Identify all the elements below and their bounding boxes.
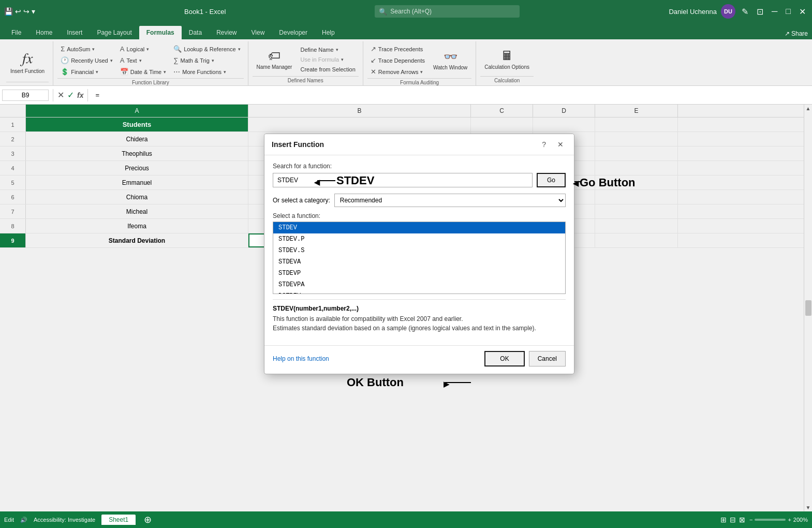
col-header-d[interactable]: D bbox=[533, 105, 595, 117]
trace-dependents-button[interactable]: ↙ Trace Dependents bbox=[367, 55, 428, 66]
cell-a7[interactable]: Micheal bbox=[26, 204, 248, 218]
cell-a3[interactable]: Theophilus bbox=[26, 146, 248, 160]
watch-window-button[interactable]: 👓 Watch Window bbox=[429, 48, 471, 72]
vertical-scrollbar[interactable]: ▲ ▼ bbox=[804, 105, 812, 511]
cell-c1[interactable] bbox=[471, 118, 533, 131]
remove-arrows-button[interactable]: ✕ Remove Arrows ▾ bbox=[367, 66, 428, 77]
insert-function-button[interactable]: 𝑓𝑥 Insert Function bbox=[6, 48, 49, 76]
tab-view[interactable]: View bbox=[244, 26, 272, 39]
cell-a2[interactable]: Chidera bbox=[26, 132, 248, 146]
define-name-button[interactable]: Define Name ▾ bbox=[297, 45, 358, 54]
row-num-2[interactable]: 2 bbox=[0, 132, 26, 146]
normal-view-icon[interactable]: ⊞ bbox=[720, 516, 727, 524]
help-on-function-link[interactable]: Help on this function bbox=[273, 355, 329, 362]
scroll-down-arrow[interactable]: ▼ bbox=[806, 505, 811, 510]
function-item-stdevs[interactable]: STDEV.S bbox=[273, 245, 565, 256]
tab-file[interactable]: File bbox=[4, 26, 28, 39]
cell-a4[interactable]: Precious bbox=[26, 161, 248, 175]
col-header-a[interactable]: A bbox=[26, 105, 248, 117]
minimize-icon[interactable]: ─ bbox=[770, 5, 779, 18]
cell-a9[interactable]: Standard Deviation bbox=[26, 233, 248, 247]
function-item-stdeva[interactable]: STDEVA bbox=[273, 256, 565, 268]
row-num-9[interactable]: 9 bbox=[0, 233, 26, 247]
cell-e1[interactable] bbox=[595, 118, 678, 131]
tab-formulas[interactable]: Formulas bbox=[139, 26, 182, 39]
col-header-c[interactable]: C bbox=[471, 105, 533, 117]
cell-e6[interactable] bbox=[595, 190, 678, 204]
date-time-button[interactable]: 📅 Date & Time ▾ bbox=[117, 66, 170, 77]
tab-review[interactable]: Review bbox=[209, 26, 244, 39]
name-manager-button[interactable]: 🏷 Name Manager bbox=[253, 47, 297, 72]
page-break-view-icon[interactable]: ⊠ bbox=[739, 516, 745, 524]
pen-icon[interactable]: ✎ bbox=[740, 5, 750, 19]
function-item-stdevp[interactable]: STDEV.P bbox=[273, 233, 565, 245]
function-item-stdevpa[interactable]: STDEVPA bbox=[273, 279, 565, 290]
financial-button[interactable]: 💲 Financial ▾ bbox=[57, 66, 116, 77]
add-sheet-button[interactable]: ⊕ bbox=[144, 514, 152, 525]
col-header-e[interactable]: E bbox=[595, 105, 678, 117]
cell-a5[interactable]: Emmanuel bbox=[26, 175, 248, 189]
page-layout-view-icon[interactable]: ⊟ bbox=[730, 516, 736, 524]
confirm-edit-icon[interactable]: ✓ bbox=[67, 90, 74, 100]
undo-icon[interactable]: ↩ bbox=[15, 7, 21, 16]
scroll-up-arrow[interactable]: ▲ bbox=[806, 106, 811, 111]
customize-icon[interactable]: ▾ bbox=[32, 7, 35, 16]
row-num-6[interactable]: 6 bbox=[0, 190, 26, 204]
cell-e5[interactable] bbox=[595, 175, 678, 189]
cell-e7[interactable] bbox=[595, 204, 678, 218]
cancel-button[interactable]: Cancel bbox=[529, 351, 566, 366]
tab-help[interactable]: Help bbox=[315, 26, 342, 39]
cell-e9[interactable] bbox=[595, 233, 678, 247]
formula-input[interactable] bbox=[92, 89, 810, 101]
cell-a6[interactable]: Chioma bbox=[26, 190, 248, 204]
calc-options-button[interactable]: 🖩 Calculation Options bbox=[480, 47, 534, 72]
math-trig-button[interactable]: ∑ Math & Trig ▾ bbox=[170, 55, 243, 66]
close-icon[interactable]: ✕ bbox=[797, 5, 808, 19]
go-button[interactable]: Go bbox=[537, 173, 566, 187]
trace-precedents-button[interactable]: ↗ Trace Precedents bbox=[367, 43, 428, 54]
tab-data[interactable]: Data bbox=[182, 26, 209, 39]
insert-function-small-icon[interactable]: fx bbox=[77, 91, 83, 99]
save-icon[interactable]: 💾 bbox=[4, 7, 13, 16]
row-num-3[interactable]: 3 bbox=[0, 146, 26, 160]
cell-reference-box[interactable] bbox=[2, 90, 49, 101]
dialog-help-button[interactable]: ? bbox=[539, 139, 549, 150]
tab-insert[interactable]: Insert bbox=[60, 26, 90, 39]
cell-e3[interactable] bbox=[595, 146, 678, 160]
more-functions-button[interactable]: ⋯ More Functions ▾ bbox=[170, 66, 243, 77]
cell-e2[interactable] bbox=[595, 132, 678, 146]
dialog-close-button[interactable]: ✕ bbox=[554, 139, 567, 150]
lookup-reference-button[interactable]: 🔍 Lookup & Reference ▾ bbox=[170, 43, 243, 54]
tab-page-layout[interactable]: Page Layout bbox=[90, 26, 139, 39]
row-num-8[interactable]: 8 bbox=[0, 219, 26, 233]
ok-button[interactable]: OK bbox=[484, 351, 524, 366]
cell-b1[interactable] bbox=[248, 118, 471, 131]
zoom-bar[interactable] bbox=[755, 519, 786, 521]
cell-a1[interactable]: Students bbox=[26, 118, 248, 131]
text-button[interactable]: A Text ▾ bbox=[117, 55, 170, 66]
redo-icon[interactable]: ↪ bbox=[23, 7, 29, 16]
tab-developer[interactable]: Developer bbox=[272, 26, 315, 39]
row-num-4[interactable]: 4 bbox=[0, 161, 26, 175]
sheet-tab-1[interactable]: Sheet1 bbox=[101, 515, 136, 525]
col-header-b[interactable]: B bbox=[248, 105, 471, 117]
row-num-7[interactable]: 7 bbox=[0, 204, 26, 218]
function-item-stdevp2[interactable]: STDEVP bbox=[273, 268, 565, 279]
row-num-5[interactable]: 5 bbox=[0, 175, 26, 189]
cell-a8[interactable]: Ifeoma bbox=[26, 219, 248, 233]
function-item-stdev[interactable]: STDEV bbox=[273, 222, 565, 233]
scroll-thumb[interactable] bbox=[805, 300, 811, 316]
row-num-1[interactable]: 1 bbox=[0, 118, 26, 131]
recently-used-button[interactable]: 🕐 Recently Used ▾ bbox=[57, 55, 116, 66]
cell-e8[interactable] bbox=[595, 219, 678, 233]
create-from-selection-button[interactable]: Create from Selection bbox=[297, 65, 358, 74]
function-item-dstdev[interactable]: DSTDEV bbox=[273, 290, 565, 294]
tab-home[interactable]: Home bbox=[28, 26, 60, 39]
use-in-formula-button[interactable]: Use in Formula ▾ bbox=[297, 55, 358, 64]
function-search-input[interactable] bbox=[273, 173, 533, 187]
search-input[interactable] bbox=[375, 5, 520, 18]
share-button[interactable]: ↗ Share bbox=[785, 30, 808, 37]
maximize-icon[interactable]: □ bbox=[784, 5, 793, 18]
category-select[interactable]: Recommended All Most Recently Used bbox=[334, 194, 566, 207]
zoom-out-icon[interactable]: − bbox=[749, 517, 752, 523]
